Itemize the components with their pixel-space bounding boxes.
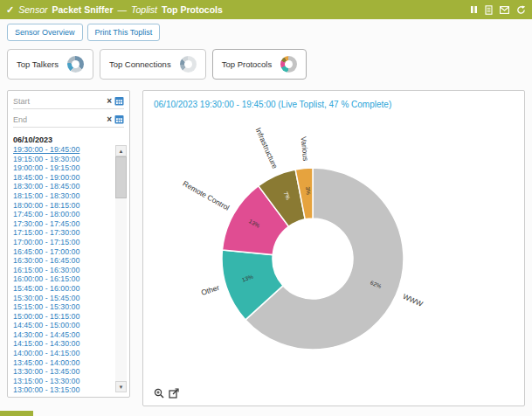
date-group-header: 06/10/2023 [13,135,124,144]
scrollbar-thumb[interactable] [115,156,127,198]
time-range-item[interactable]: 17:30:00 - 17:45:00 [13,219,112,229]
pause-icon[interactable] [470,5,478,14]
clear-start-icon[interactable]: × [107,97,112,106]
time-range-item[interactable]: 15:30:00 - 15:45:00 [13,294,112,303]
segment-category-label: WWW [402,292,425,309]
time-range-item[interactable]: 14:30:00 - 14:45:00 [13,330,112,340]
time-range-item[interactable]: 16:15:00 - 16:30:00 [13,266,112,275]
time-range-item[interactable]: 19:15:00 - 19:30:00 [13,155,112,164]
time-range-item[interactable]: 13:45:00 - 14:00:00 [13,358,112,368]
time-range-item[interactable]: 14:15:00 - 14:30:00 [13,339,112,349]
segment-percent-label: 3% [305,186,312,195]
time-range-item[interactable]: 18:45:00 - 19:00:00 [13,173,112,183]
scrollbar-track[interactable] [115,156,127,381]
calendar-icon[interactable] [114,114,124,124]
segment-category-label: Infrastructure [254,127,280,170]
segment-category-label: Remote Control [182,179,231,212]
sensor-ok-icon: ✓ [6,4,14,16]
time-range-item[interactable]: 15:00:00 - 15:15:00 [13,312,112,322]
sensor-overview-button[interactable]: Sensor Overview [7,24,83,41]
time-range-item[interactable]: 17:15:00 - 17:30:00 [13,228,112,238]
time-list-scrollbar[interactable]: ▲ ▼ [115,145,127,392]
time-range-item[interactable]: 14:00:00 - 14:15:00 [13,349,112,358]
tab-top-protocols-label: Top Protocols [222,59,273,69]
breadcrumb-toplist: Toplist [131,4,157,15]
time-range-item[interactable]: 16:45:00 - 17:00:00 [13,247,112,257]
scroll-down-button[interactable]: ▼ [115,381,127,392]
chart-actions [154,388,179,399]
time-range-item[interactable]: 17:00:00 - 17:15:00 [13,238,112,247]
calendar-icon[interactable] [114,96,124,106]
time-range-item[interactable]: 15:45:00 - 16:00:00 [13,284,112,294]
time-range-item[interactable]: 16:30:00 - 16:45:00 [13,256,112,266]
time-filter-panel: × × 06/10/2023 19:30:00 - 19:45:0019:15:… [7,90,130,398]
report-icon[interactable] [485,5,493,15]
breadcrumb-bar: ✓ Sensor Packet Sniffer — Toplist Top Pr… [0,0,532,19]
toplist-title: 06/10/2023 19:30:00 - 19:45:00 (Live Top… [154,100,391,109]
time-range-item[interactable]: 13:30:00 - 13:45:00 [13,367,112,377]
tab-top-protocols[interactable]: Top Protocols [212,49,307,80]
clear-end-icon[interactable]: × [107,115,112,124]
pie-chart-icon [280,56,297,73]
time-range-item[interactable]: 18:15:00 - 18:30:00 [13,191,112,201]
breadcrumb-sensor-name[interactable]: Packet Sniffer [52,4,114,15]
start-date-row: × [13,96,124,109]
time-range-item[interactable]: 16:00:00 - 16:15:00 [13,274,112,284]
tab-top-talkers-label: Top Talkers [17,59,59,69]
refresh-icon[interactable] [516,5,526,15]
segment-category-label: Other [200,283,220,297]
tab-top-connections-label: Top Connections [109,59,171,69]
prtg-toplist-page: ✓ Sensor Packet Sniffer — Toplist Top Pr… [0,0,532,416]
footer-bar [0,411,33,416]
time-range-list: 19:30:00 - 19:45:0019:15:00 - 19:30:0019… [13,145,112,392]
topbar-icons [470,5,526,15]
mail-icon[interactable] [500,6,509,14]
protocols-donut-chart: 62%WWW13%Other13%Remote Control7%Infrast… [138,110,487,407]
end-date-row: × [13,114,124,128]
scroll-up-button[interactable]: ▲ [115,145,127,156]
time-range-item[interactable]: 13:15:00 - 13:30:00 [13,377,112,386]
breadcrumb-toplist-name: Top Protocols [162,4,223,15]
pie-chart-icon [67,56,84,73]
toplist-tabs: Top Talkers Top Connections Top Protocol… [7,49,307,80]
time-range-item[interactable]: 18:30:00 - 18:45:00 [13,182,112,191]
pie-chart-icon [180,56,197,73]
end-date-input[interactable] [13,115,104,124]
time-range-item[interactable]: 15:15:00 - 15:30:00 [13,302,112,312]
toolbar: Sensor Overview Print This Toplist [7,24,160,41]
time-range-item[interactable]: 14:45:00 - 15:00:00 [13,321,112,330]
tab-top-talkers[interactable]: Top Talkers [7,49,93,80]
tab-top-connections[interactable]: Top Connections [100,49,206,80]
time-range-item[interactable]: 13:00:00 - 13:15:00 [13,385,112,392]
open-in-new-icon[interactable] [169,388,179,399]
time-range-item[interactable]: 17:45:00 - 18:00:00 [13,210,112,219]
toplist-chart-panel: 06/10/2023 19:30:00 - 19:45:00 (Live Top… [142,90,525,406]
breadcrumb-separator: — [118,4,128,15]
time-range-item[interactable]: 18:00:00 - 18:15:00 [13,201,112,211]
segment-category-label: Various [300,136,311,162]
print-toplist-button[interactable]: Print This Toplist [87,24,161,41]
time-range-item[interactable]: 19:30:00 - 19:45:00 [13,145,112,155]
breadcrumb-sensor[interactable]: Sensor [18,4,47,15]
start-date-input[interactable] [13,97,104,106]
zoom-icon[interactable] [154,388,164,399]
time-range-item[interactable]: 19:00:00 - 19:15:00 [13,163,112,173]
